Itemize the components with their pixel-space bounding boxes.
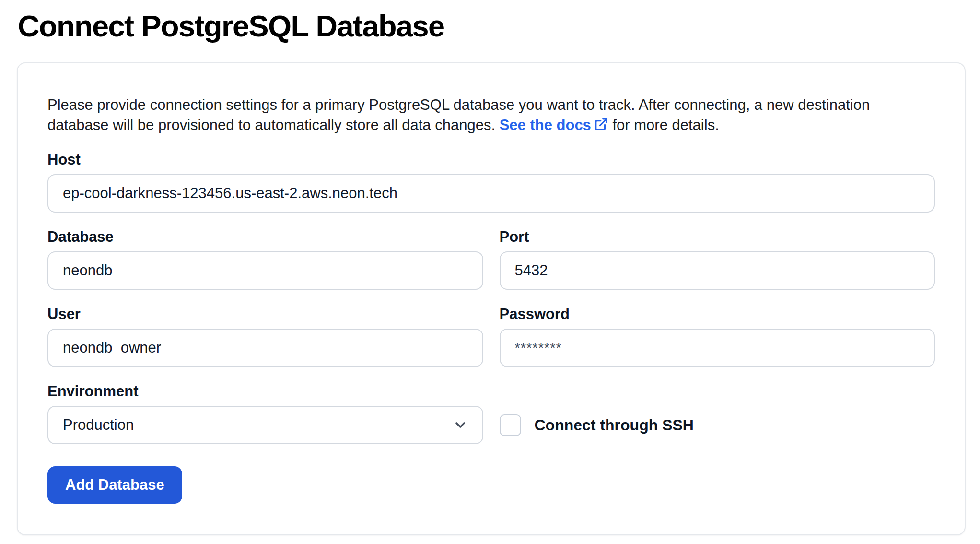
user-field-group: User: [47, 290, 483, 367]
port-field-group: Port: [500, 213, 935, 290]
chevron-down-icon: [453, 417, 468, 433]
database-field-group: Database: [47, 213, 483, 290]
page-title: Connect PostgreSQL Database: [18, 9, 966, 43]
host-label: Host: [47, 152, 935, 168]
port-label: Port: [500, 229, 935, 245]
environment-ssh-row: Environment Production Connect through S…: [47, 367, 935, 444]
ssh-cell: Connect through SSH: [500, 367, 935, 444]
password-field-group: Password: [500, 290, 935, 367]
see-the-docs-label: See the docs: [500, 117, 591, 133]
database-label: Database: [47, 229, 483, 245]
ssh-row: Connect through SSH: [500, 406, 935, 444]
user-label: User: [47, 306, 483, 322]
user-password-row: User Password: [47, 290, 935, 367]
password-label: Password: [500, 306, 935, 322]
database-port-row: Database Port: [47, 213, 935, 290]
ssh-label: Connect through SSH: [535, 416, 694, 434]
connection-form-card: Please provide connection settings for a…: [17, 62, 966, 535]
user-input[interactable]: [47, 329, 483, 367]
page: Connect PostgreSQL Database Please provi…: [0, 0, 980, 535]
password-input[interactable]: [500, 329, 935, 367]
database-input[interactable]: [47, 251, 483, 290]
see-the-docs-link[interactable]: See the docs: [500, 117, 608, 133]
host-input[interactable]: [47, 174, 935, 213]
port-input[interactable]: [500, 251, 935, 290]
environment-label: Environment: [47, 383, 483, 400]
description: Please provide connection settings for a…: [47, 95, 935, 135]
environment-field-group: Environment Production: [47, 367, 483, 444]
ssh-checkbox[interactable]: [500, 414, 521, 436]
environment-selected-value: Production: [63, 416, 134, 434]
description-text-after: for more details.: [613, 117, 719, 133]
description-text-before: Please provide connection settings for a…: [47, 96, 870, 133]
environment-select[interactable]: Production: [47, 406, 483, 444]
add-database-button[interactable]: Add Database: [47, 466, 182, 504]
external-link-icon: [594, 117, 608, 131]
